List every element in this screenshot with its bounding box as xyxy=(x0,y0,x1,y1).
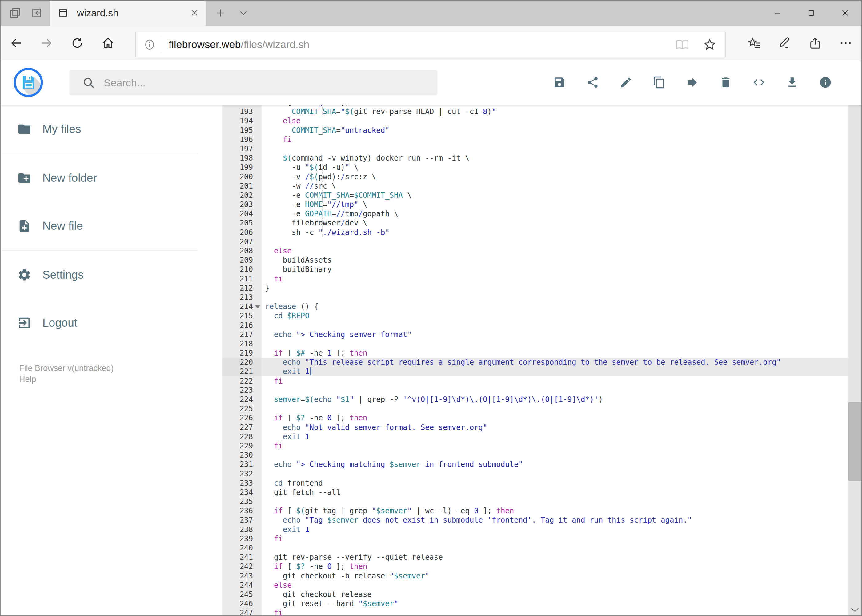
code-line[interactable]: 192 if [ -d ".git" ]; then xyxy=(222,105,848,107)
code-text[interactable]: fi xyxy=(262,135,848,144)
code-line[interactable]: 197 xyxy=(222,144,848,154)
help-link[interactable]: Help xyxy=(19,374,114,385)
code-line[interactable]: 201 -w //src \ xyxy=(222,181,848,191)
code-text[interactable]: if [ $(git tag | grep "$semver" | wc -l)… xyxy=(262,506,848,515)
line-number[interactable]: 245 xyxy=(222,590,262,599)
code-text[interactable]: if [ $# -ne 1 ]; then xyxy=(262,349,848,358)
code-text[interactable]: echo "Tag $semver does not exist in subm… xyxy=(262,515,848,525)
line-number[interactable]: 215 xyxy=(222,311,262,321)
favorite-star-icon[interactable] xyxy=(703,38,717,52)
code-line[interactable]: 230 xyxy=(222,451,848,460)
line-number[interactable]: 210 xyxy=(222,265,262,274)
code-text[interactable]: if [ $? -ne 0 ]; then xyxy=(262,562,848,571)
code-line[interactable]: 224 semver=$(echo "$1" | grep -P '^v(0|[… xyxy=(222,395,848,404)
line-number[interactable]: 234 xyxy=(222,488,262,497)
more-button[interactable] xyxy=(830,26,861,60)
code-text[interactable] xyxy=(262,339,848,349)
raw-view-button[interactable] xyxy=(746,69,772,95)
code-line[interactable]: 247 fi xyxy=(222,608,848,616)
line-number[interactable]: 219 xyxy=(222,349,262,358)
code-text[interactable] xyxy=(262,386,848,395)
line-number[interactable]: 241 xyxy=(222,553,262,562)
line-number[interactable]: 217 xyxy=(222,330,262,339)
line-number[interactable]: 235 xyxy=(222,497,262,506)
reading-view-icon[interactable] xyxy=(676,38,689,51)
code-line[interactable]: 221 exit 1 xyxy=(222,367,848,376)
line-number[interactable]: 238 xyxy=(222,525,262,534)
code-text[interactable]: git fetch --all xyxy=(262,488,848,497)
sidebar-item-my-files[interactable]: My files xyxy=(0,120,199,138)
line-number[interactable]: 242 xyxy=(222,562,262,571)
code-text[interactable] xyxy=(262,144,848,154)
save-button[interactable] xyxy=(547,69,572,95)
code-line[interactable]: 220 echo "This release script requires a… xyxy=(222,358,848,367)
line-number[interactable]: 197 xyxy=(222,144,262,154)
line-number[interactable]: 220 xyxy=(222,358,262,367)
code-text[interactable] xyxy=(262,237,848,246)
line-number[interactable]: 247 xyxy=(222,608,262,616)
new-tab-button[interactable] xyxy=(208,0,233,26)
line-number[interactable]: 233 xyxy=(222,479,262,488)
line-number[interactable]: 224 xyxy=(222,395,262,404)
code-text[interactable]: -e GOPATH=//tmp/gopath \ xyxy=(262,209,848,218)
download-button[interactable] xyxy=(779,69,805,95)
code-line[interactable]: 233 cd frontend xyxy=(222,479,848,488)
code-line[interactable]: 205 filebrowser/dev \ xyxy=(222,218,848,228)
move-button[interactable] xyxy=(679,69,705,95)
code-line[interactable]: 212} xyxy=(222,284,848,293)
code-text[interactable]: -w //src \ xyxy=(262,181,848,191)
code-text[interactable]: exit 1 xyxy=(262,367,848,376)
code-line[interactable]: 214release () { xyxy=(222,302,848,311)
copy-button[interactable] xyxy=(646,69,672,95)
code-text[interactable]: fi xyxy=(262,608,848,616)
line-number[interactable]: 222 xyxy=(222,376,262,386)
sidebar-item-logout[interactable]: Logout xyxy=(0,314,199,332)
code-line[interactable]: 194 else xyxy=(222,116,848,126)
code-text[interactable]: cd frontend xyxy=(262,479,848,488)
line-number[interactable]: 206 xyxy=(222,228,262,237)
line-number[interactable]: 236 xyxy=(222,506,262,515)
code-text[interactable]: COMMIT_SHA="$(git rev-parse HEAD | cut -… xyxy=(262,107,848,116)
code-line[interactable]: 232 xyxy=(222,469,848,479)
line-number[interactable]: 228 xyxy=(222,432,262,441)
code-text[interactable] xyxy=(262,469,848,479)
refresh-button[interactable] xyxy=(63,26,91,60)
line-number[interactable]: 213 xyxy=(222,293,262,302)
line-number[interactable]: 237 xyxy=(222,515,262,525)
url-bar[interactable]: filebrowser.web/files/wizard.sh xyxy=(136,32,726,57)
code-line[interactable]: 218 xyxy=(222,339,848,349)
search-box[interactable] xyxy=(69,70,437,95)
code-line[interactable]: 240 xyxy=(222,544,848,553)
tab-preview-button[interactable] xyxy=(4,0,26,26)
code-line[interactable]: 203 -e HOME="//tmp" \ xyxy=(222,200,848,209)
code-text[interactable]: fi xyxy=(262,376,848,386)
sidebar-item-new-folder[interactable]: New folder xyxy=(0,169,199,187)
line-number[interactable]: 223 xyxy=(222,386,262,395)
code-line[interactable]: 210 buildBinary xyxy=(222,265,848,274)
code-text[interactable]: if [ $? -ne 0 ]; then xyxy=(262,413,848,423)
code-line[interactable]: 215 cd $REPO xyxy=(222,311,848,321)
line-number[interactable]: 232 xyxy=(222,469,262,479)
code-line[interactable]: 234 git fetch --all xyxy=(222,488,848,497)
code-line[interactable]: 193 COMMIT_SHA="$(git rev-parse HEAD | c… xyxy=(222,107,848,116)
line-number[interactable]: 221 xyxy=(222,367,262,376)
scrollbar-thumb[interactable] xyxy=(848,402,861,481)
code-text[interactable]: git checkout release xyxy=(262,590,848,599)
line-number[interactable]: 214 xyxy=(222,302,262,311)
code-text[interactable]: git checkout -b release "$semver" xyxy=(262,571,848,581)
share-file-button[interactable] xyxy=(580,69,606,95)
line-number[interactable]: 196 xyxy=(222,135,262,144)
code-line[interactable]: 206 sh -c "./wizard.sh -b" xyxy=(222,228,848,237)
code-text[interactable] xyxy=(262,544,848,553)
line-number[interactable]: 207 xyxy=(222,237,262,246)
code-text[interactable]: cd $REPO xyxy=(262,311,848,321)
line-number[interactable]: 225 xyxy=(222,404,262,413)
code-text[interactable] xyxy=(262,404,848,413)
line-number[interactable]: 193 xyxy=(222,107,262,116)
code-text[interactable]: exit 1 xyxy=(262,525,848,534)
code-line[interactable]: 236 if [ $(git tag | grep "$semver" | wc… xyxy=(222,506,848,515)
line-number[interactable]: 208 xyxy=(222,246,262,256)
line-number[interactable]: 239 xyxy=(222,534,262,544)
code-text[interactable]: echo "Not valid semver format. See semve… xyxy=(262,423,848,432)
code-line[interactable]: 198 $(command -v winpty) docker run --rm… xyxy=(222,154,848,163)
